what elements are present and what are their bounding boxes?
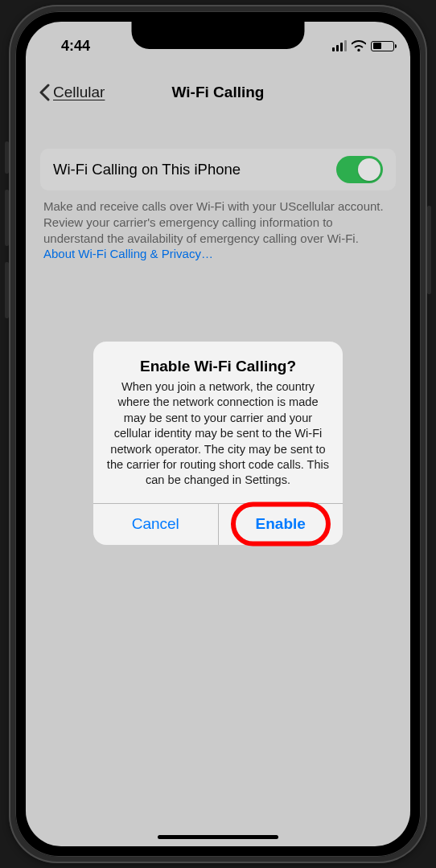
enable-label: Enable	[256, 515, 306, 533]
alert-overlay: Enable Wi-Fi Calling? When you join a ne…	[26, 22, 410, 846]
alert-dialog: Enable Wi-Fi Calling? When you join a ne…	[93, 342, 343, 545]
phone-frame: 4:44 Cellular Wi-Fi Calling	[9, 5, 427, 863]
volume-up-button	[5, 190, 9, 246]
phone-bezel: 4:44 Cellular Wi-Fi Calling	[15, 11, 421, 857]
power-button	[427, 206, 431, 294]
volume-down-button	[5, 262, 9, 318]
enable-button[interactable]: Enable	[219, 504, 343, 545]
cancel-label: Cancel	[132, 515, 179, 533]
alert-message: When you join a network, the country whe…	[106, 379, 330, 489]
mute-switch	[5, 141, 9, 174]
cancel-button[interactable]: Cancel	[93, 504, 219, 545]
screen: 4:44 Cellular Wi-Fi Calling	[26, 22, 410, 846]
alert-title: Enable Wi-Fi Calling?	[106, 358, 330, 375]
